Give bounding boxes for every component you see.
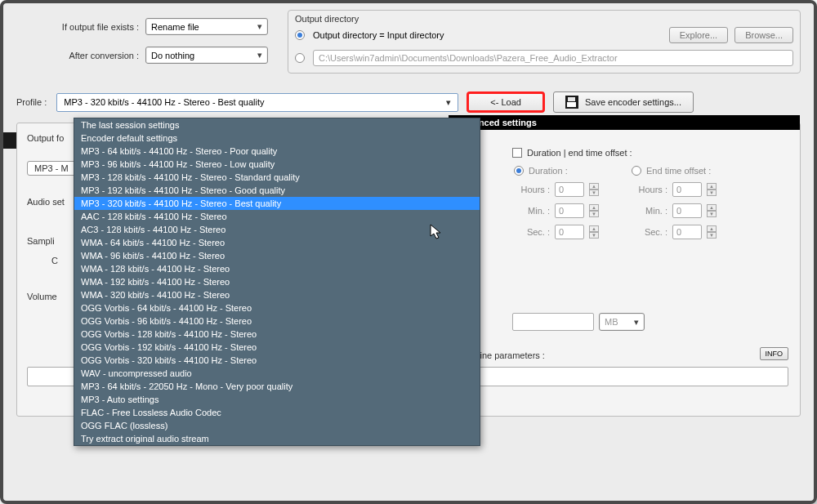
general-options: If output file exists : Rename file Afte…: [16, 10, 268, 74]
profile-option[interactable]: MP3 - 320 kbit/s - 44100 Hz - Stereo - B…: [74, 197, 480, 210]
profile-option[interactable]: OGG FLAC (lossless): [74, 419, 480, 432]
duration-label: Duration :: [529, 166, 568, 176]
spinner-icon[interactable]: ▲▼: [707, 225, 717, 239]
dur-min-label: Min. :: [514, 206, 550, 216]
duration-radio[interactable]: [514, 166, 524, 176]
load-profile-button[interactable]: <- Load: [467, 91, 545, 113]
info-button[interactable]: INFO: [760, 347, 789, 360]
profile-option[interactable]: AC3 - 128 kbit/s - 44100 Hz - Stereo: [74, 223, 480, 236]
profile-option[interactable]: OGG Vorbis - 64 kbit/s - 44100 Hz - Ster…: [74, 301, 480, 314]
outdir-same-label: Output directory = Input directory: [313, 30, 444, 40]
end-hours-label: Hours :: [632, 185, 667, 194]
outdir-same-radio[interactable]: [295, 30, 305, 40]
profile-option[interactable]: Encoder default settings: [74, 132, 480, 145]
if-exists-select[interactable]: Rename file: [145, 18, 268, 35]
profile-option[interactable]: MP3 - 64 kbit/s - 44100 Hz - Stereo - Po…: [74, 145, 480, 158]
profile-option[interactable]: WMA - 192 kbit/s - 44100 Hz - Stereo: [74, 275, 480, 288]
save-encoder-button[interactable]: Save encoder settings...: [553, 91, 694, 113]
profile-option[interactable]: Try extract original audio stream: [74, 432, 480, 445]
profile-option[interactable]: WMA - 128 kbit/s - 44100 Hz - Stereo: [74, 262, 480, 275]
profile-option[interactable]: FLAC - Free Lossless Audio Codec: [74, 406, 480, 419]
profile-option[interactable]: WAV - uncompressed audio: [74, 367, 480, 380]
spinner-icon[interactable]: ▲▼: [589, 183, 599, 196]
dur-min-input[interactable]: 0: [555, 203, 584, 218]
profile-option[interactable]: MP3 - 64 kbit/s - 22050 Hz - Mono - Very…: [74, 380, 480, 393]
if-exists-label: If output file exists :: [16, 22, 139, 32]
end-min-input[interactable]: 0: [672, 203, 702, 218]
size-unit-select[interactable]: MB: [599, 313, 645, 331]
profile-dropdown[interactable]: The last session settingsEncoder default…: [74, 118, 480, 446]
dur-sec-input[interactable]: 0: [555, 225, 584, 239]
end-sec-label: Sec. :: [632, 227, 667, 237]
end-offset-label: End time offset :: [646, 166, 711, 176]
profile-option[interactable]: MP3 - 128 kbit/s - 44100 Hz - Stereo - S…: [74, 171, 480, 184]
advanced-settings-header: Advanced settings: [449, 115, 800, 130]
output-directory-group: Output directory Output directory = Inpu…: [288, 10, 801, 74]
profile-option[interactable]: OGG Vorbis - 320 kbit/s - 44100 Hz - Ste…: [74, 354, 480, 367]
profile-option[interactable]: AAC - 128 kbit/s - 44100 Hz - Stereo: [74, 210, 480, 223]
after-conversion-label: After conversion :: [16, 51, 139, 60]
profile-option[interactable]: MP3 - 96 kbit/s - 44100 Hz - Stereo - Lo…: [74, 158, 480, 171]
app-window: If output file exists : Rename file Afte…: [0, 0, 817, 504]
browse-button[interactable]: Browse...: [734, 27, 793, 43]
profile-option[interactable]: MP3 - Auto settings: [74, 393, 480, 406]
explore-button[interactable]: Explore...: [669, 27, 728, 43]
profile-option[interactable]: WMA - 320 kbit/s - 44100 Hz - Stereo: [74, 288, 480, 301]
cmdline-label: line parameters :: [478, 350, 545, 360]
outdir-custom-radio[interactable]: [295, 53, 305, 63]
duration-header: Duration | end time offset :: [527, 148, 632, 158]
floppy-icon: [565, 96, 578, 109]
outdir-path-input[interactable]: C:\Users\win7admin\Documents\Downloads\P…: [313, 50, 793, 66]
profile-option[interactable]: OGG Vorbis - 128 kbit/s - 44100 Hz - Ste…: [74, 328, 480, 341]
dur-hours-label: Hours :: [514, 185, 550, 194]
profile-option[interactable]: MP3 - 192 kbit/s - 44100 Hz - Stereo - G…: [74, 184, 480, 197]
profile-option[interactable]: WMA - 64 kbit/s - 44100 Hz - Stereo: [74, 236, 480, 249]
output-directory-title: Output directory: [295, 14, 793, 27]
spinner-icon[interactable]: ▲▼: [589, 204, 599, 217]
profile-option[interactable]: OGG Vorbis - 96 kbit/s - 44100 Hz - Ster…: [74, 314, 480, 328]
end-sec-input[interactable]: 0: [672, 225, 702, 239]
end-offset-radio[interactable]: [632, 166, 641, 176]
profile-option[interactable]: The last session settings: [74, 118, 480, 132]
end-min-label: Min. :: [632, 206, 667, 216]
dur-hours-input[interactable]: 0: [555, 182, 584, 197]
duration-checkbox[interactable]: [512, 148, 522, 158]
spinner-icon[interactable]: ▲▼: [589, 225, 599, 239]
profile-option[interactable]: WMA - 96 kbit/s - 44100 Hz - Stereo: [74, 249, 480, 262]
end-hours-input[interactable]: 0: [672, 182, 702, 197]
size-input[interactable]: [512, 313, 594, 331]
after-conversion-select[interactable]: Do nothing: [145, 47, 268, 64]
profile-label: Profile :: [16, 97, 48, 107]
profile-select[interactable]: MP3 - 320 kbit/s - 44100 Hz - Stereo - B…: [56, 93, 458, 112]
dur-sec-label: Sec. :: [514, 227, 550, 237]
profile-option[interactable]: OGG Vorbis - 192 kbit/s - 44100 Hz - Ste…: [74, 341, 480, 354]
spinner-icon[interactable]: ▲▼: [707, 204, 717, 217]
spinner-icon[interactable]: ▲▼: [707, 183, 717, 196]
